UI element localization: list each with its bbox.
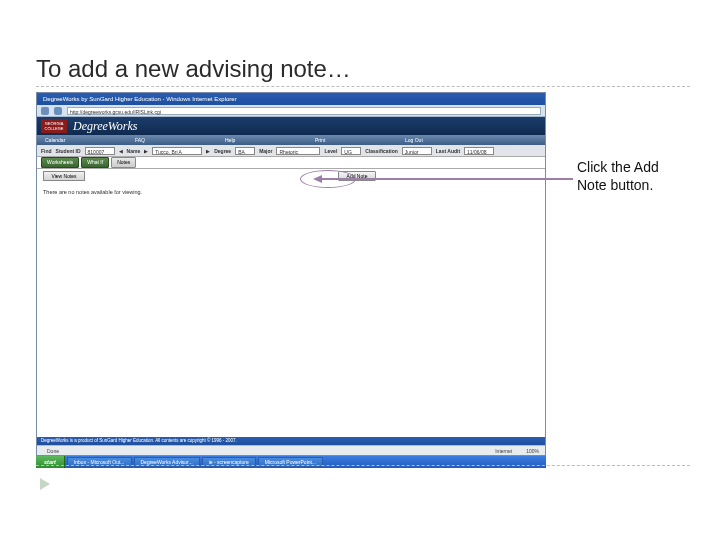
last-audit-field: 11/06/08: [464, 147, 494, 155]
start-button[interactable]: start: [36, 456, 65, 468]
name-field[interactable]: Tucco, Bri A: [152, 147, 202, 155]
address-bar[interactable]: http://degreeworks.gcsu.edu/IRISLink.cgi: [67, 107, 541, 115]
callout-arrow: [321, 178, 573, 180]
nav-help[interactable]: Help: [225, 135, 315, 145]
ie-toolbar: http://degreeworks.gcsu.edu/IRISLink.cgi: [37, 105, 545, 117]
status-done: Done: [47, 448, 59, 454]
windows-taskbar: start Inbox - Microsoft Out... DegreeWor…: [36, 456, 546, 468]
top-nav: Calendar FAQ Help Print Log Out: [37, 135, 545, 145]
screenshot-window: DegreeWorks by SunGard Higher Education …: [36, 92, 546, 456]
tab-notes[interactable]: Notes: [111, 157, 136, 168]
prev-student-icon[interactable]: ◀: [119, 148, 123, 154]
no-notes-message: There are no notes available for viewing…: [43, 189, 545, 195]
nav-logout[interactable]: Log Out: [405, 135, 495, 145]
callout-text: Click the Add Note button.: [577, 159, 687, 194]
degree-field[interactable]: BA: [235, 147, 255, 155]
app-title: DegreeWorks: [73, 119, 137, 134]
degree-label: Degree: [214, 148, 231, 154]
level-field[interactable]: UG: [341, 147, 361, 155]
slide-marker-icon: [40, 478, 50, 490]
nav-calendar[interactable]: Calendar: [45, 135, 135, 145]
divider-top: [36, 86, 690, 87]
student-id-label: Student ID: [56, 148, 81, 154]
class-field[interactable]: Junior: [402, 147, 432, 155]
slide-title: To add a new advising note…: [36, 55, 351, 83]
divider-bottom: [36, 465, 690, 466]
major-label: Major: [259, 148, 272, 154]
find-label[interactable]: Find: [41, 148, 52, 154]
status-zoom[interactable]: 100%: [526, 448, 539, 454]
nav-faq[interactable]: FAQ: [135, 135, 225, 145]
tab-row: Worksheets What If Notes: [37, 157, 545, 169]
level-label: Level: [324, 148, 337, 154]
forward-icon[interactable]: [54, 107, 62, 115]
back-icon[interactable]: [41, 107, 49, 115]
ie-status-bar: Done Internet 100%: [37, 445, 545, 455]
student-id-field[interactable]: 810007: [85, 147, 115, 155]
app-banner: GEORGIA COLLEGE DegreeWorks: [37, 117, 545, 135]
class-label: Classification: [365, 148, 398, 154]
last-audit-label: Last Audit: [436, 148, 460, 154]
tab-whatif[interactable]: What If: [81, 157, 109, 168]
nav-print[interactable]: Print: [315, 135, 405, 145]
status-zone: Internet: [495, 448, 512, 454]
ie-titlebar: DegreeWorks by SunGard Higher Education …: [37, 93, 545, 105]
name-label: Name: [127, 148, 141, 154]
next-student-icon[interactable]: ▶: [206, 148, 210, 154]
major-field[interactable]: Rhetoric: [276, 147, 320, 155]
copyright-footer: DegreeWorks is a product of SunGard High…: [37, 437, 545, 445]
college-logo: GEORGIA COLLEGE: [41, 119, 67, 133]
view-notes-button[interactable]: View Notes: [43, 171, 85, 181]
content-area: View Notes There are no notes available …: [37, 169, 545, 435]
tab-worksheets[interactable]: Worksheets: [41, 157, 79, 168]
student-info-row: Find Student ID 810007 ◀ Name ▶ Tucco, B…: [37, 145, 545, 157]
add-note-area: Add Note: [237, 169, 477, 183]
next-name-icon[interactable]: ▶: [144, 148, 148, 154]
